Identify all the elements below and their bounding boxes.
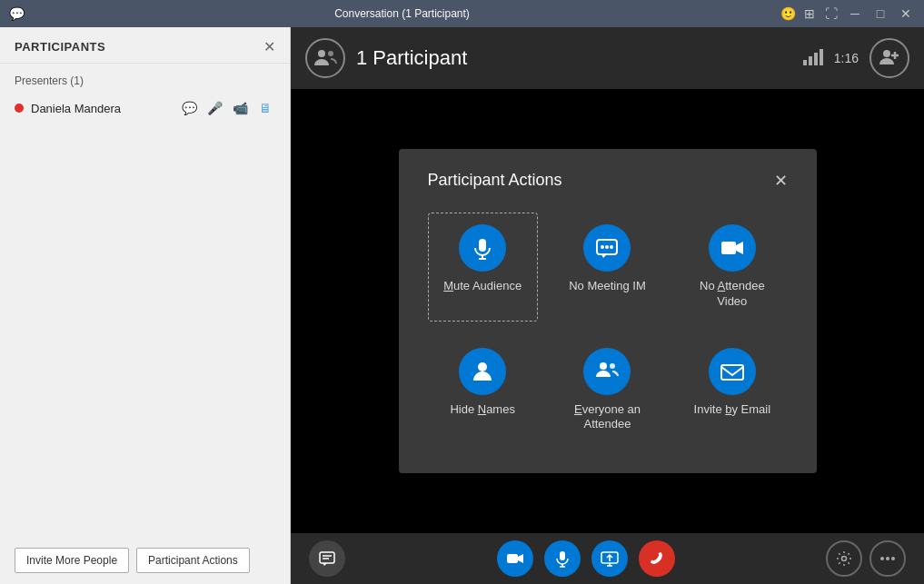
title-bar-left: 💬 [7, 5, 25, 23]
participant-actions-button[interactable]: Participant Actions [136, 548, 250, 573]
meeting-header-right: 1:16 [801, 38, 909, 78]
meeting-toolbar [291, 533, 924, 584]
grid-icon[interactable]: ⊞ [800, 5, 819, 23]
participant-actions-modal: Participant Actions ✕ [399, 149, 817, 474]
minimize-button[interactable]: ─ [844, 5, 866, 23]
svg-point-32 [880, 557, 884, 560]
chat-toggle-button[interactable] [309, 540, 345, 577]
close-button[interactable]: ✕ [895, 5, 917, 23]
participant-status-dot [15, 104, 24, 113]
left-panel-bottom: Invite More People Participant Actions [0, 537, 290, 584]
hide-names-label: Hide Names [450, 402, 515, 418]
meeting-header-left: 1 Participant [305, 38, 467, 78]
presenters-label: Presenters (1) [15, 74, 275, 87]
main-layout: PARTICIPANTS ✕ Presenters (1) Daniela Ma… [0, 27, 924, 584]
participants-panel: PARTICIPANTS ✕ Presenters (1) Daniela Ma… [0, 27, 291, 584]
participants-header: PARTICIPANTS ✕ [0, 27, 290, 64]
everyone-attendee-icon [583, 348, 631, 395]
participant-video-icon[interactable]: 📹 [230, 98, 250, 118]
meeting-area: 1 Participant 1:16 [291, 27, 924, 584]
hide-names-icon [459, 348, 506, 395]
video-button[interactable] [497, 540, 533, 577]
end-call-button[interactable] [639, 540, 675, 577]
no-attendee-video-label: No Attendee Video [685, 279, 779, 310]
close-panel-button[interactable]: ✕ [263, 38, 275, 55]
svg-point-1 [328, 51, 333, 56]
meeting-video-area: Participant Actions ✕ [291, 89, 924, 533]
toolbar-left [309, 540, 345, 577]
svg-rect-20 [721, 365, 743, 380]
svg-rect-2 [803, 60, 807, 65]
everyone-attendee-action[interactable]: Everyone an Attendee [552, 336, 662, 445]
svg-rect-25 [560, 551, 565, 560]
svg-rect-5 [820, 49, 823, 65]
svg-point-15 [610, 245, 613, 249]
invite-by-email-icon [709, 348, 756, 395]
actions-grid: Mute Audience [428, 213, 788, 445]
svg-point-19 [610, 363, 615, 369]
title-bar-controls: 🙂 ⊞ ⛶ ─ □ ✕ [779, 5, 917, 23]
svg-point-6 [883, 50, 890, 57]
svg-point-0 [318, 50, 325, 57]
participant-item: Daniela Mandera 💬 🎤 📹 🖥 [15, 94, 275, 122]
invite-more-people-button[interactable]: Invite More People [15, 548, 129, 573]
svg-rect-4 [814, 53, 818, 65]
everyone-attendee-label: Everyone an Attendee [561, 402, 654, 433]
modal-header: Participant Actions ✕ [428, 171, 788, 191]
screen-share-button[interactable] [591, 540, 628, 577]
meeting-header: 1 Participant 1:16 [291, 27, 924, 89]
more-options-button[interactable] [869, 540, 906, 577]
svg-rect-9 [479, 239, 486, 252]
no-meeting-im-icon [583, 224, 631, 272]
emoji-icon[interactable]: 🙂 [779, 5, 797, 23]
svg-point-33 [886, 557, 889, 560]
expand-icon[interactable]: ⛶ [822, 5, 840, 23]
svg-point-34 [891, 557, 895, 560]
svg-point-13 [601, 245, 604, 249]
participant-name: Daniela Mandera [31, 102, 172, 115]
participant-count-label: 1 Participant [356, 46, 467, 70]
svg-point-14 [605, 245, 609, 249]
title-bar: 💬 Conversation (1 Participant) 🙂 ⊞ ⛶ ─ □… [0, 0, 924, 27]
mute-audience-action[interactable]: Mute Audience [428, 213, 538, 322]
participants-panel-title: PARTICIPANTS [15, 40, 105, 54]
svg-rect-16 [721, 242, 736, 254]
maximize-button[interactable]: □ [869, 5, 891, 23]
toolbar-right [826, 540, 906, 577]
toolbar-center [497, 540, 675, 577]
participant-action-icons: 💬 🎤 📹 🖥 [179, 98, 275, 118]
svg-rect-3 [809, 56, 812, 65]
no-attendee-video-action[interactable]: No Attendee Video [677, 213, 787, 322]
signal-strength-icon [801, 47, 823, 70]
hide-names-action[interactable]: Hide Names [428, 336, 538, 445]
window-title: Conversation (1 Participant) [25, 7, 779, 20]
svg-rect-24 [507, 554, 518, 563]
presenters-section: Presenters (1) Daniela Mandera 💬 🎤 📹 🖥 [0, 64, 290, 133]
participants-circle-icon [305, 38, 345, 78]
modal-overlay: Participant Actions ✕ [291, 89, 924, 533]
participant-chat-icon[interactable]: 💬 [179, 98, 199, 118]
invite-by-email-action[interactable]: Invite by Email [677, 336, 787, 445]
modal-close-button[interactable]: ✕ [774, 171, 788, 191]
svg-point-18 [600, 362, 607, 370]
participant-mic-icon[interactable]: 🎤 [204, 98, 224, 118]
add-participant-button[interactable] [869, 38, 909, 78]
participant-screen-icon[interactable]: 🖥 [255, 98, 275, 118]
svg-point-17 [478, 362, 487, 371]
svg-point-31 [842, 557, 847, 561]
chat-app-icon: 💬 [7, 5, 25, 23]
no-meeting-im-label: No Meeting IM [569, 279, 646, 294]
invite-by-email-label: Invite by Email [694, 402, 771, 418]
mute-audience-icon [459, 224, 506, 272]
no-meeting-im-action[interactable]: No Meeting IM [552, 213, 662, 322]
modal-title: Participant Actions [428, 171, 562, 190]
call-timer: 1:16 [834, 51, 859, 65]
no-attendee-video-icon [709, 224, 756, 272]
svg-rect-21 [320, 552, 334, 563]
microphone-button[interactable] [544, 540, 581, 577]
settings-button[interactable] [826, 540, 862, 577]
mute-audience-label: Mute Audience [443, 279, 522, 294]
